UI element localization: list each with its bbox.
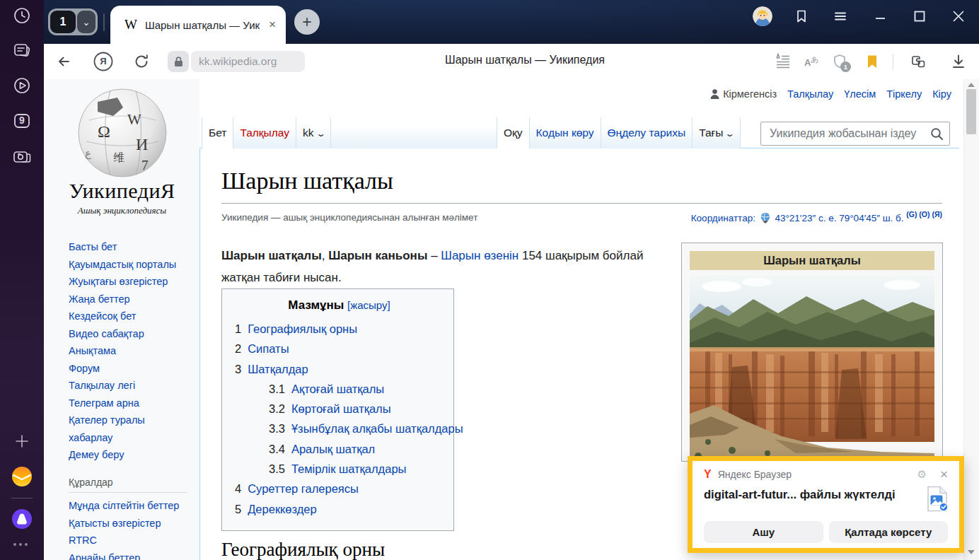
river-link[interactable]: Шарын өзенін bbox=[441, 249, 519, 262]
extensions-icon[interactable] bbox=[910, 53, 927, 70]
protect-shield-icon[interactable]: 1 bbox=[831, 53, 848, 70]
back-button[interactable] bbox=[55, 53, 72, 70]
coordinates-label[interactable]: Координаттар: bbox=[691, 213, 755, 223]
sidebar-link[interactable]: Анықтама bbox=[69, 342, 192, 360]
site-security-button[interactable] bbox=[168, 51, 189, 72]
browser-tab-active[interactable]: W Шарын шатқалы — Уик × bbox=[110, 6, 286, 44]
toc-item[interactable]: 3Шатқалдар bbox=[235, 359, 444, 379]
toc-item[interactable]: 4Суреттер галереясы bbox=[235, 479, 444, 498]
rail-more-icon[interactable] bbox=[13, 542, 30, 547]
tab-talk[interactable]: Талқылау bbox=[233, 117, 296, 148]
search-input[interactable] bbox=[768, 127, 930, 141]
wiki-search-box bbox=[760, 122, 950, 146]
sidebar-link[interactable]: Мұнда сілтейтін беттер bbox=[69, 497, 192, 515]
sidebar-link[interactable]: RTRC bbox=[69, 532, 192, 549]
sidebar-link[interactable]: Қатысты өзгерістер bbox=[69, 515, 192, 532]
intro-bold-term: Шарын каньоны bbox=[328, 249, 427, 262]
notification-settings-icon[interactable]: ⚙ bbox=[917, 468, 926, 481]
toc-item[interactable]: 2Сипаты bbox=[235, 339, 444, 358]
add-panel-icon[interactable] bbox=[12, 431, 32, 451]
sidebar-link[interactable]: Қателер туралы хабарлау bbox=[69, 412, 187, 446]
bookmarks-panel-icon[interactable] bbox=[793, 8, 810, 25]
scrollbar-down-arrow[interactable] bbox=[968, 550, 975, 554]
sidebar-link[interactable]: Арнайы беттер bbox=[69, 549, 192, 560]
reload-button[interactable] bbox=[133, 53, 150, 70]
tab-close-icon[interactable]: × bbox=[266, 18, 279, 32]
sidebar-link[interactable]: Жаңа беттер bbox=[69, 291, 192, 308]
open-file-button[interactable]: Ашу bbox=[704, 521, 823, 543]
download-message: digital-art-futur... файлы жүктелді bbox=[704, 486, 927, 501]
personal-link-talk[interactable]: Талқылау bbox=[787, 88, 833, 100]
sidebar-link[interactable]: Видео сабақтар bbox=[69, 325, 192, 343]
yandex-button[interactable]: Я bbox=[93, 52, 113, 71]
sidebar-link[interactable]: Талқылау легі bbox=[69, 377, 192, 395]
menu-icon[interactable] bbox=[832, 8, 849, 25]
page-scrollbar[interactable] bbox=[963, 79, 979, 560]
coordinates-services[interactable]: (G) (O) (Я) bbox=[906, 210, 942, 218]
history-icon[interactable] bbox=[12, 6, 32, 25]
toc-title: Мазмұны bbox=[288, 298, 344, 312]
globe-icon[interactable] bbox=[760, 212, 771, 223]
downloaded-file-icon[interactable] bbox=[927, 486, 948, 512]
tab-counter-icon[interactable]: 9 bbox=[12, 111, 32, 131]
downloads-icon[interactable] bbox=[950, 53, 967, 70]
scrollbar-up-arrow[interactable] bbox=[968, 83, 975, 87]
sidebar-link[interactable]: Кездейсоқ бет bbox=[69, 308, 192, 325]
sidebar-link[interactable]: Жуықтағы өзгерістер bbox=[69, 273, 192, 291]
personal-link-login[interactable]: Кіру bbox=[932, 88, 951, 100]
sidebar-link[interactable]: Телеграм арна bbox=[69, 395, 192, 412]
intro-bold-term: Шарын шатқалы bbox=[221, 249, 322, 262]
notes-icon[interactable] bbox=[12, 41, 32, 61]
toc-item[interactable]: 3.4Аралық шатқал bbox=[235, 439, 444, 459]
wikipedia-tagline: Ашық энциклопедиясы bbox=[67, 205, 177, 216]
screenshot-icon[interactable] bbox=[12, 147, 32, 167]
reader-mode-icon[interactable] bbox=[775, 53, 792, 70]
profile-avatar[interactable] bbox=[753, 6, 772, 26]
svg-text:あ: あ bbox=[811, 55, 818, 64]
coordinates-line: Координаттар: 43°21′23″ с. е. 79°04′45″ … bbox=[518, 210, 942, 223]
tab-page[interactable]: Бет bbox=[202, 117, 233, 148]
wikipedia-logo[interactable]: Ω W И 维 7 ع УикипедиЯ Ашық энциклопедияс… bbox=[67, 86, 177, 216]
translate-icon[interactable]: Aあ bbox=[803, 53, 820, 70]
wikipedia-wordmark[interactable]: УикипедиЯ bbox=[67, 179, 177, 203]
yandex-mail-icon[interactable] bbox=[11, 466, 33, 487]
toc-item[interactable]: 3.1Ақтоғай шатқалы bbox=[235, 379, 444, 399]
toc-item[interactable]: 3.5Темірлік шатқалдары bbox=[235, 459, 444, 479]
scrollbar-thumb[interactable] bbox=[966, 89, 976, 134]
toc-item[interactable]: 5Дереккөздер bbox=[235, 499, 444, 519]
article-intro: Шарын шатқалы, Шарын каньоны – Шарын өзе… bbox=[221, 245, 668, 288]
toc-item[interactable]: 3.3Ұзынбұлақ алқабы шатқалдары bbox=[235, 419, 444, 438]
toc-item[interactable]: 3.2Көртоғай шатқалы bbox=[235, 399, 444, 419]
tab-strip-spacer bbox=[331, 117, 499, 148]
sidebar-link[interactable]: Қауымдастық порталы bbox=[69, 256, 192, 274]
tab-read[interactable]: Оқу bbox=[497, 117, 530, 148]
toc-hide-link[interactable]: [жасыру] bbox=[347, 299, 390, 311]
bookmark-flag-icon[interactable] bbox=[864, 53, 881, 70]
tab-view-source[interactable]: Кодын көру bbox=[530, 117, 601, 148]
notification-close-icon[interactable]: × bbox=[940, 469, 948, 479]
search-icon[interactable] bbox=[930, 127, 944, 141]
canyon-photo[interactable] bbox=[690, 275, 934, 465]
window-close-button[interactable] bbox=[950, 8, 967, 25]
personal-link-contribs[interactable]: Үлесім bbox=[844, 88, 876, 100]
tab-language-variant[interactable]: kk⌄ bbox=[296, 117, 331, 148]
sidebar-link[interactable]: Форум bbox=[69, 360, 192, 378]
alice-assistant-icon[interactable] bbox=[11, 508, 33, 530]
username-display: Кірмегенсіз bbox=[710, 88, 777, 100]
video-player-icon[interactable] bbox=[12, 76, 32, 95]
address-bar[interactable]: kk.wikipedia.org bbox=[191, 51, 305, 72]
sidebar-link[interactable]: Демеу беру bbox=[69, 446, 192, 464]
coordinates-value[interactable]: 43°21′23″ с. е. 79°04′45″ ш. б. bbox=[775, 213, 903, 223]
tab-group-control[interactable]: 1 ⌄ bbox=[48, 8, 98, 35]
window-minimize-button[interactable] bbox=[872, 8, 889, 25]
show-in-folder-button[interactable]: Қалтада көрсету bbox=[829, 521, 949, 543]
new-tab-button[interactable]: + bbox=[294, 9, 320, 35]
browser-window: 9 1 ⌄ W Шарын шатқалы — Уик × + bbox=[0, 0, 979, 560]
sidebar-link[interactable]: Басты бет bbox=[69, 238, 192, 256]
tab-history[interactable]: Өңделу тарихы bbox=[601, 117, 693, 148]
chevron-down-icon: ⌄ bbox=[77, 11, 95, 33]
toc-item[interactable]: 1Географиялық орны bbox=[235, 319, 444, 339]
personal-link-register[interactable]: Тіркелу bbox=[886, 88, 922, 100]
window-maximize-button[interactable] bbox=[911, 8, 928, 25]
tab-more[interactable]: Тағы⌄ bbox=[693, 117, 740, 148]
